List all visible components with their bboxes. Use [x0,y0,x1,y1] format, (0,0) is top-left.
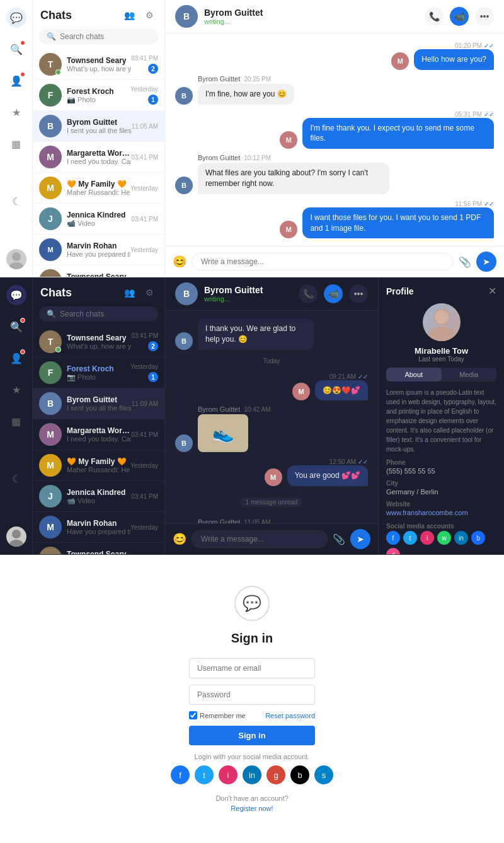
chat-item-d-margaretta[interactable]: M Margaretta Worvell I need you today. C… [33,419,164,450]
profile-tab-media[interactable]: Media [442,368,497,381]
chat-meta-myfamily: Yesterday [130,185,158,192]
add-chat-btn-dark[interactable]: 👥 [122,285,137,300]
settings-btn-dark[interactable]: ⚙ [142,285,157,300]
emoji-btn-dark[interactable]: 😊 [173,532,186,546]
social-behance[interactable]: b [471,531,485,545]
social-login-instagram[interactable]: i [219,765,238,784]
nav-star-dark[interactable]: ★ [6,380,26,400]
chat-time-marvin: Yesterday [130,247,158,253]
nav-calendar-light[interactable]: ▦ [6,134,26,154]
chat-item-d-jennica[interactable]: J Jennica Kindred 📹 Video 03:41 PM [33,481,164,512]
message-input-light[interactable] [192,253,454,270]
social-login-behance[interactable]: b [290,765,309,784]
msg-row-recv1: B Byrom Guittet 20:25 PM I'm fine, how a… [175,75,494,105]
social-instagram[interactable]: i [420,531,434,545]
chat-info-d-townsend: Townsend Seary What's up, how are you? [67,334,131,350]
message-input-dark[interactable] [192,530,328,548]
avatar-d-marvin: M [39,516,62,538]
user-avatar-dark[interactable] [6,526,26,547]
nav-search-dark[interactable]: 🔍 [6,317,26,337]
attach-btn-dark[interactable]: 📎 [333,533,345,545]
chat-item-forest[interactable]: F Forest Kroch 📷 Photo Yesterday 1 [33,80,164,111]
password-input[interactable] [189,685,315,705]
search-input-light[interactable] [60,32,151,41]
social-whatsapp[interactable]: w [437,531,451,545]
msg-bubble-wrap-d2: 09:21 AM ✓✓ 😊😍❤️💕 [315,372,368,401]
attach-btn-light[interactable]: 📎 [459,256,471,268]
username-input[interactable] [189,658,315,678]
social-dribbble[interactable]: d [386,548,400,554]
social-facebook[interactable]: f [386,531,400,545]
chat-item-d-myfamily[interactable]: M 🧡 My Family 🧡 Maher Russandi: Hello!!!… [33,450,164,481]
video-btn-light[interactable]: 📹 [450,7,469,26]
msg-bubble-wrap-recv2: Byrom Guittet 10:12 PM What files are yo… [198,154,389,194]
register-link[interactable]: Register now! [231,805,273,812]
send-btn-light[interactable]: ➤ [476,252,496,272]
emoji-btn-light[interactable]: 😊 [173,255,186,269]
check-marks-sent1: ✓✓ [484,42,494,49]
social-login-twitter[interactable]: t [195,765,214,784]
more-btn-dark[interactable]: ••• [349,284,368,303]
msg-time-d2: 09:21 AM ✓✓ [315,373,368,380]
nav-calendar-dark[interactable]: ▦ [6,411,26,431]
svg-point-0 [12,252,21,261]
chat-item-d-townsend[interactable]: T Townsend Seary What's up, how are you?… [33,327,164,358]
social-login-facebook[interactable]: f [171,765,190,784]
chat-item-byrom[interactable]: B Byrom Guittet I sent you all the files… [33,111,164,142]
video-btn-dark[interactable]: 📹 [324,284,343,303]
nav-moon-dark[interactable]: ☾ [6,469,26,489]
chat-item-d-byrom[interactable]: B Byrom Guittet I sent you all the files… [33,388,164,419]
messages-area-dark: B I thank you. We are glad to help you. … [165,311,378,523]
send-btn-dark[interactable]: ➤ [350,529,370,549]
chat-preview-d-byrom: I sent you all the files. G... [67,404,132,412]
close-profile-btn[interactable]: ✕ [488,285,496,297]
profile-phone-label: Phone [386,459,496,466]
chat-item-townsend[interactable]: T Townsend Seary What's up, how are you?… [33,49,164,80]
chat-main-light: B Byrom Guittet writing... 📞 📹 ••• 01:20… [165,0,504,277]
chat-item-d-marvin[interactable]: M Marvin Rohan Have you prepared the... … [33,512,164,543]
chat-time-jennica: 03:41 PM [131,216,158,223]
chat-list-header-light: Chats 👥 ⚙ [33,0,164,26]
phone-btn-dark[interactable]: 📞 [299,284,318,303]
chat-item-jennica[interactable]: J Jennica Kindred 📹 Video 03:41 PM [33,204,164,235]
chat-item-myfamily[interactable]: M 🧡 My Family 🧡 Maher Russandi: Hello!!!… [33,173,164,204]
social-twitter[interactable]: t [403,531,417,545]
nav-chat-dark[interactable]: 💬 [6,285,26,305]
chat-item-marvin[interactable]: M Marvin Rohan Have you prepared the... … [33,235,164,265]
avatar-d-byrom: B [39,392,62,415]
chat-item-d-townsend2[interactable]: T Townsend Seary Where are you? 03:41 PM [33,543,164,554]
user-avatar-light[interactable] [6,249,26,269]
search-icon-light: 🔍 [47,32,56,41]
chat-item-townsend2[interactable]: T Townsend Seary Where are you? 03:41 PM [33,265,164,277]
chat-item-margaretta[interactable]: M Margaretta Worvell I need you today. C… [33,142,164,173]
social-linkedin[interactable]: in [454,531,468,545]
signin-button[interactable]: Sign in [189,726,315,745]
profile-website-label: Website [386,501,496,508]
social-login-google[interactable]: g [266,765,285,784]
add-chat-btn-light[interactable]: 👥 [122,8,137,23]
social-login-skype[interactable]: s [314,765,333,784]
nav-users-light[interactable]: 👤 [6,71,26,91]
phone-btn-light[interactable]: 📞 [425,7,444,26]
nav-star-light[interactable]: ★ [6,102,26,122]
search-icon-dark: 🔍 [47,310,56,318]
profile-website-link[interactable]: www.fransharocombe.com [386,509,496,516]
chat-list-title-dark: Chats [40,286,72,299]
social-login-linkedin[interactable]: in [243,765,261,784]
chat-items-dark: T Townsend Seary What's up, how are you?… [33,327,164,554]
chat-time-byrom: 11:05 AM [132,123,158,130]
nav-chat-light[interactable]: 💬 [6,8,26,28]
remember-checkbox[interactable] [189,711,197,719]
settings-btn-light[interactable]: ⚙ [142,8,157,23]
nav-users-dark[interactable]: 👤 [6,348,26,368]
search-input-dark[interactable] [60,310,151,318]
reset-password-link[interactable]: Reset password [265,712,315,719]
msg-bubble-wrap-recv1: Byrom Guittet 20:25 PM I'm fine, how are… [198,75,294,105]
chat-item-d-forest[interactable]: F Forest Kroch 📷 Photo Yesterday 1 [33,358,164,388]
more-btn-light[interactable]: ••• [475,7,494,26]
chat-time-d-margaretta: 03:41 PM [131,431,158,438]
remember-label[interactable]: Remember me [189,711,246,719]
nav-moon-light[interactable]: ☾ [6,192,26,212]
nav-search-light[interactable]: 🔍 [6,39,26,59]
profile-tab-about[interactable]: About [386,368,442,381]
